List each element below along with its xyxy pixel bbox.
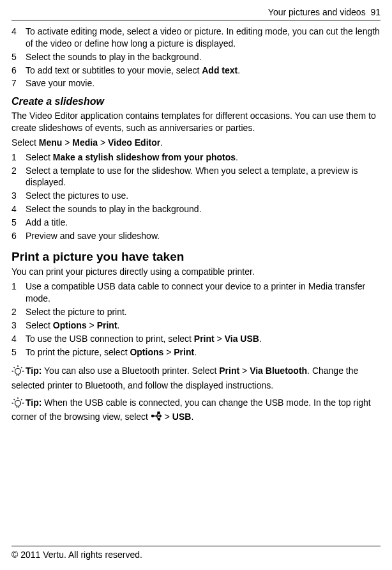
step-number: 6 — [11, 230, 26, 242]
header-section-title: Your pictures and videos — [268, 7, 366, 17]
list-item: 5Select the sounds to play in the backgr… — [11, 51, 381, 63]
footer-copyright: © 2011 Vertu. All rights reserved. — [11, 550, 142, 560]
step-number: 5 — [11, 51, 26, 63]
step-text: Select the picture to print. — [26, 306, 381, 318]
step-number: 2 — [11, 306, 26, 318]
tip-label: Tip: — [26, 366, 41, 376]
list-item: 1Select Make a stylish slideshow from yo… — [11, 151, 381, 164]
tip-usb-mode: Tip: When the USB cable is connected, yo… — [11, 396, 381, 424]
svg-line-13 — [21, 399, 22, 400]
step-number: 7 — [11, 77, 26, 89]
print-intro: You can print your pictures directly usi… — [11, 266, 381, 278]
slideshow-menu-path: Select Menu > Media > Video Editor. — [11, 137, 381, 149]
tip-icon — [11, 364, 24, 380]
header-page-number: 91 — [370, 7, 381, 17]
step-number: 4 — [11, 203, 26, 215]
step-number: 1 — [11, 281, 26, 305]
slideshow-steps-list: 1Select Make a stylish slideshow from yo… — [11, 151, 381, 242]
step-text: Select Make a stylish slideshow from you… — [26, 151, 381, 164]
step-text: Select the sounds to play in the backgro… — [26, 51, 381, 63]
bold-term: Via USB — [225, 334, 259, 344]
step-text: Save your movie. — [26, 77, 381, 89]
svg-point-0 — [15, 368, 21, 374]
tip-icon — [11, 396, 24, 412]
list-item: 4To activate editing mode, select a vide… — [11, 26, 381, 50]
step-text: Select the sounds to play in the backgro… — [26, 203, 381, 215]
bold-term: USB — [172, 412, 192, 422]
svg-line-5 — [21, 367, 22, 368]
bold-term: Print — [174, 347, 194, 357]
menu-path-item: Video Editor — [108, 137, 160, 148]
step-text: Preview and save your slideshow. — [26, 230, 381, 242]
svg-rect-18 — [158, 412, 160, 414]
step-text: Select Options > Print. — [26, 320, 381, 332]
tip1-text: You can also use a Bluetooth printer. Se… — [11, 366, 358, 390]
menu-path-item: Media — [72, 137, 98, 148]
list-item: 4Select the sounds to play in the backgr… — [11, 203, 381, 215]
svg-point-19 — [158, 419, 160, 420]
bold-term: Print — [219, 366, 239, 376]
step-number: 2 — [11, 165, 26, 189]
bold-term: Via Bluetooth — [250, 366, 307, 376]
svg-point-17 — [151, 415, 153, 417]
heading-print-picture: Print a picture you have taken — [11, 249, 381, 265]
step-number: 3 — [11, 320, 26, 332]
page-footer: © 2011 Vertu. All rights reserved. — [11, 546, 381, 561]
bold-term: Add text — [202, 65, 237, 75]
step-number: 4 — [11, 26, 26, 50]
list-item: 1Use a compatible USB data cable to conn… — [11, 281, 381, 305]
svg-line-4 — [13, 367, 15, 368]
list-item: 6To add text or subtitles to your movie,… — [11, 65, 381, 77]
step-number: 5 — [11, 346, 26, 358]
step-text: Add a title. — [26, 217, 381, 229]
continued-steps-list: 4To activate editing mode, select a vide… — [11, 26, 381, 89]
step-number: 1 — [11, 151, 26, 164]
step-text: Use a compatible USB data cable to conne… — [26, 281, 381, 305]
bold-term: Options — [53, 320, 87, 330]
list-item: 3Select Options > Print. — [11, 320, 381, 332]
print-steps-list: 1Use a compatible USB data cable to conn… — [11, 281, 381, 358]
tip-bluetooth: Tip: You can also use a Bluetooth printe… — [11, 364, 381, 392]
step-number: 4 — [11, 333, 26, 345]
connectivity-icon — [151, 412, 162, 424]
page-header: Your pictures and videos 91 — [11, 6, 381, 20]
step-text: To add text or subtitles to your movie, … — [26, 65, 381, 77]
list-item: 3Select the pictures to use. — [11, 190, 381, 202]
list-item: 6Preview and save your slideshow. — [11, 230, 381, 242]
step-text: To activate editing mode, select a video… — [26, 26, 381, 50]
bold-term: Make a stylish slideshow from your photo… — [53, 152, 236, 162]
heading-create-slideshow: Create a slideshow — [11, 95, 381, 109]
list-item: 4To use the USB connection to print, sel… — [11, 333, 381, 345]
svg-marker-20 — [160, 415, 162, 417]
step-text: To use the USB connection to print, sele… — [26, 333, 381, 345]
step-number: 6 — [11, 65, 26, 77]
step-number: 5 — [11, 217, 26, 229]
step-text: Select the pictures to use. — [26, 190, 381, 202]
list-item: 2Select a template to use for the slides… — [11, 165, 381, 189]
step-number: 3 — [11, 190, 26, 202]
tip-label: Tip: — [26, 397, 41, 408]
step-text: Select a template to use for the slidesh… — [26, 165, 381, 189]
tip2-text: When the USB cable is connected, you can… — [11, 397, 371, 422]
step-text: To print the picture, select Options > P… — [26, 346, 381, 358]
list-item: 2Select the picture to print. — [11, 306, 381, 318]
bold-term: Options — [130, 347, 163, 357]
list-item: 5Add a title. — [11, 217, 381, 229]
bold-term: Print — [194, 334, 215, 344]
bold-term: Print — [97, 320, 117, 330]
svg-point-8 — [15, 400, 21, 406]
list-item: 5To print the picture, select Options > … — [11, 346, 381, 358]
list-item: 7Save your movie. — [11, 77, 381, 89]
svg-line-12 — [13, 399, 15, 400]
slideshow-intro: The Video Editor application contains te… — [11, 110, 381, 134]
menu-path-item: Menu — [39, 137, 63, 148]
